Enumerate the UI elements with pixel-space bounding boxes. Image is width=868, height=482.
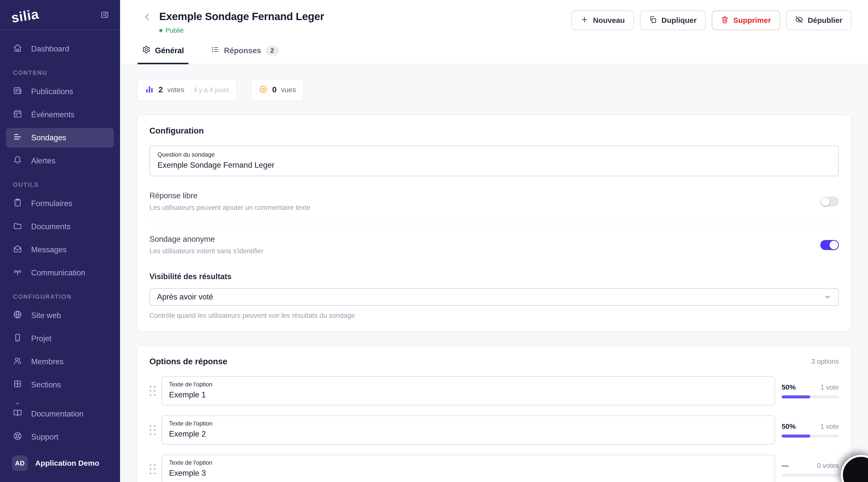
visibility-label: Visibilité des résultats bbox=[149, 272, 839, 281]
sidebar-item-formulaires[interactable]: Formulaires bbox=[6, 194, 114, 214]
sidebar-item-label: Membres bbox=[31, 357, 64, 366]
chevron-down-icon bbox=[824, 293, 831, 301]
views-label: vues bbox=[281, 86, 296, 94]
new-button[interactable]: Nouveau bbox=[571, 10, 634, 30]
sidebar-item-alertes[interactable]: Alertes bbox=[6, 151, 114, 171]
sidebar-item-sondages[interactable]: Sondages bbox=[6, 128, 114, 148]
tab-reponses[interactable]: Réponses 2 bbox=[207, 45, 283, 64]
options-count: 3 options bbox=[811, 358, 839, 365]
page-title: Exemple Sondage Fernand Leger bbox=[159, 10, 324, 23]
sidebar-item-label: Messages bbox=[31, 245, 67, 254]
clipboard-icon bbox=[13, 198, 22, 209]
mail-icon bbox=[13, 244, 22, 255]
tab-label: Général bbox=[155, 46, 184, 55]
gear-icon bbox=[142, 45, 150, 56]
sidebar-item-documentation[interactable]: Documentation bbox=[6, 404, 114, 424]
unpublish-button[interactable]: Dépublier bbox=[786, 10, 851, 30]
option-percent: 50% bbox=[782, 383, 796, 391]
question-label: Question du sondage bbox=[157, 151, 831, 158]
sidebar-item-label: Communication bbox=[31, 268, 85, 278]
votes-value: 2 bbox=[158, 85, 163, 94]
sidebar-item-support[interactable]: Support bbox=[6, 427, 114, 447]
book-open-icon bbox=[13, 409, 22, 419]
progress-bar bbox=[782, 474, 839, 477]
bar-chart-icon bbox=[145, 85, 154, 95]
app-root: silia Dashboard CONTENU Publications Évé… bbox=[0, 0, 868, 482]
smartphone-icon bbox=[13, 333, 22, 344]
sidebar-item-label: Support bbox=[31, 432, 59, 442]
views-chip: 0 vues bbox=[251, 79, 304, 101]
sidebar-item-sections[interactable]: Sections bbox=[6, 375, 114, 395]
visibility-help: Contrôle quand les utilisateurs peuvent … bbox=[149, 312, 839, 320]
progress-bar bbox=[782, 435, 839, 438]
grid-icon bbox=[13, 379, 22, 390]
user-account[interactable]: AD Application Demo bbox=[6, 450, 114, 475]
sidebar-item-reglages[interactable]: Réglages bbox=[6, 398, 114, 404]
main-area: Exemple Sondage Fernand Leger Publié Nou… bbox=[120, 0, 868, 482]
option-text-field[interactable]: Texte de l'option Exemple 2 bbox=[161, 415, 775, 445]
question-value: Exemple Sondage Fernand Leger bbox=[157, 161, 831, 170]
anonymous-toggle[interactable] bbox=[820, 240, 839, 250]
views-value: 0 bbox=[272, 85, 277, 94]
sidebar-collapse-icon[interactable] bbox=[100, 10, 109, 19]
option-text-field[interactable]: Texte de l'option Exemple 1 bbox=[161, 376, 775, 406]
option-votes: 0 votes bbox=[817, 462, 839, 470]
question-field[interactable]: Question du sondage Exemple Sondage Fern… bbox=[149, 146, 839, 176]
sidebar-item-label: Formulaires bbox=[31, 199, 72, 208]
sidebar-item-label: Publications bbox=[31, 87, 73, 96]
delete-button[interactable]: Supprimer bbox=[712, 10, 780, 30]
tab-general[interactable]: Général bbox=[137, 45, 188, 64]
visibility-select[interactable]: Après avoir voté bbox=[149, 288, 839, 306]
copy-icon bbox=[649, 15, 657, 25]
sidebar-nav: Dashboard CONTENU Publications Événement… bbox=[0, 30, 120, 404]
sidebar-item-dashboard[interactable]: Dashboard bbox=[6, 39, 114, 59]
plus-icon bbox=[581, 15, 588, 25]
configuration-title: Configuration bbox=[149, 126, 839, 135]
sidebar-item-label: Dashboard bbox=[31, 44, 69, 54]
free-response-title: Réponse libre bbox=[149, 191, 310, 200]
life-buoy-icon bbox=[13, 431, 22, 443]
option-value: Exemple 1 bbox=[169, 390, 768, 399]
stats-row: 2 votes · il y a 4 jours 0 vues bbox=[137, 79, 851, 101]
free-response-toggle[interactable] bbox=[820, 197, 839, 206]
newspaper-icon bbox=[13, 86, 22, 97]
sidebar-item-projet[interactable]: Projet bbox=[6, 329, 114, 348]
folder-icon bbox=[13, 221, 22, 232]
topbar: Exemple Sondage Fernand Leger Publié Nou… bbox=[120, 0, 868, 64]
option-stats: 50% 1 vote bbox=[782, 422, 839, 438]
option-percent: — bbox=[782, 462, 788, 470]
sidebar-item-label: Sections bbox=[31, 380, 61, 389]
sidebar-item-label: Projet bbox=[31, 334, 52, 343]
calendar-icon bbox=[13, 109, 22, 120]
sidebar-item-communication[interactable]: Communication bbox=[6, 263, 114, 283]
list-icon bbox=[211, 45, 219, 56]
drag-handle-icon[interactable] bbox=[149, 464, 161, 475]
option-field-label: Texte de l'option bbox=[169, 420, 768, 427]
sidebar-item-membres[interactable]: Membres bbox=[6, 352, 114, 372]
anonymous-description: Les utilisateurs votent sans s'identifie… bbox=[149, 247, 264, 255]
sidebar-item-label: Documents bbox=[31, 222, 70, 231]
option-text-field[interactable]: Texte de l'option Exemple 3 bbox=[161, 455, 775, 482]
sidebar-header: silia bbox=[0, 0, 120, 30]
user-name: Application Demo bbox=[35, 459, 99, 468]
sidebar-item-label: Événements bbox=[31, 110, 74, 119]
eye-off-icon bbox=[795, 15, 803, 25]
options-card: Options de réponse 3 options Texte de l'… bbox=[137, 345, 851, 482]
home-icon bbox=[13, 43, 22, 55]
tab-label: Réponses bbox=[224, 46, 261, 55]
option-row: Texte de l'option Exemple 3 — 0 votes bbox=[149, 455, 839, 482]
drag-handle-icon[interactable] bbox=[149, 425, 161, 435]
sidebar-item-publications[interactable]: Publications bbox=[6, 82, 114, 101]
sidebar-item-messages[interactable]: Messages bbox=[6, 240, 114, 260]
sidebar-item-site-web[interactable]: Site web bbox=[6, 306, 114, 325]
sidebar-item-label: Site web bbox=[31, 311, 61, 320]
option-stats: 50% 1 vote bbox=[782, 383, 839, 398]
sidebar-item-evenements[interactable]: Événements bbox=[6, 105, 114, 125]
brand-logo: silia bbox=[10, 6, 40, 26]
drag-handle-icon[interactable] bbox=[149, 386, 161, 396]
back-button[interactable] bbox=[142, 12, 152, 22]
duplicate-button[interactable]: Dupliquer bbox=[640, 10, 706, 30]
free-response-row: Réponse libre Les utilisateurs peuvent a… bbox=[149, 181, 839, 224]
sidebar-item-label: Alertes bbox=[31, 156, 55, 165]
sidebar-item-documents[interactable]: Documents bbox=[6, 217, 114, 236]
